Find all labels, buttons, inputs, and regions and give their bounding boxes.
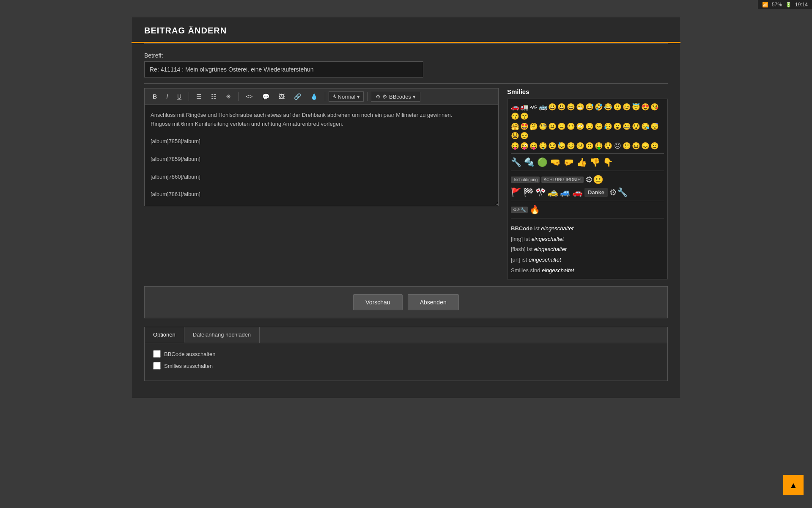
smiley-expressionless[interactable]: 😑 <box>557 122 566 130</box>
underline-button[interactable]: U <box>173 91 185 102</box>
color-button[interactable]: 💧 <box>307 91 321 102</box>
smiley-thumbdown[interactable]: 👎 <box>590 157 600 167</box>
smiley-smirk[interactable]: 😏 <box>585 122 594 130</box>
italic-button[interactable]: I <box>162 91 172 102</box>
smiley-money[interactable]: 🤑 <box>595 141 603 150</box>
smiley-unamused[interactable]: 😒 <box>548 141 557 150</box>
smiley-flag-1[interactable]: 🚩 <box>511 187 521 197</box>
submit-button[interactable]: Absenden <box>408 294 459 310</box>
smiley-zipper[interactable]: 🤐 <box>623 122 631 130</box>
smiley-green-circle[interactable]: 🟢 <box>537 157 548 167</box>
subject-input[interactable] <box>144 61 423 77</box>
smiley-custom-1[interactable]: 🤜 <box>550 157 561 167</box>
smiley-pensive[interactable]: 😔 <box>567 141 575 150</box>
smiley-astonished[interactable]: 😲 <box>604 141 612 150</box>
smiley-tools[interactable]: 🔧 <box>511 157 521 167</box>
smiley-slightly-frown[interactable]: 🙁 <box>623 141 631 150</box>
smiley-no-mouth[interactable]: 😶 <box>567 122 575 130</box>
smiley-racecar[interactable]: 🏎 <box>529 102 538 111</box>
ordered-list-button[interactable]: ☷ <box>207 91 220 102</box>
smilies-title: Smilies <box>507 88 668 95</box>
smiley-tschuldigung[interactable]: Tschuldigung <box>511 177 540 183</box>
smiley-confounded[interactable]: 😖 <box>632 141 640 150</box>
smiley-think[interactable]: 🤔 <box>529 122 538 130</box>
smiley-eye-roll[interactable]: 🙄 <box>576 122 584 130</box>
smiley-relieved[interactable]: 😌 <box>520 131 529 140</box>
smiley-car-2[interactable]: 🚕 <box>548 187 558 197</box>
smiley-hug[interactable]: 🤗 <box>511 122 519 130</box>
smiley-laugh[interactable]: 😄 <box>567 102 575 111</box>
smiley-downcast-sweat[interactable]: 😓 <box>557 141 566 150</box>
smiley-open-mouth[interactable]: 😮 <box>613 122 622 130</box>
smiley-squint-tongue[interactable]: 😝 <box>529 141 538 150</box>
smiley-stars[interactable]: 🤩 <box>520 122 529 130</box>
bbcodes-button[interactable]: ⚙ ⚙ BBcodes ▾ <box>371 92 420 102</box>
smiley-sleepy[interactable]: 😪 <box>641 122 650 130</box>
smiley-sweat[interactable]: 😅 <box>585 102 594 111</box>
smiley-beam[interactable]: 😁 <box>576 102 584 111</box>
smiley-disappointed[interactable]: 😞 <box>641 141 650 150</box>
smiley-gear-face[interactable]: ⚙😐 <box>585 174 604 185</box>
special-button[interactable]: ✳ <box>222 91 235 102</box>
smiley-car[interactable]: 🚗 <box>511 102 519 111</box>
unordered-list-button[interactable]: ☰ <box>192 91 206 102</box>
bbcode-off-label[interactable]: BBCode ausschalten <box>164 351 215 357</box>
smiley-custom-2[interactable]: 🤛 <box>563 157 574 167</box>
smiley-smile[interactable]: 😃 <box>557 102 566 111</box>
smiley-flag-3[interactable]: 🎌 <box>535 187 546 197</box>
smiley-kiss-smile[interactable]: 😙 <box>520 112 529 120</box>
font-size-dropdown[interactable]: 𝐀 Normal ▾ <box>329 91 364 102</box>
tab-optionen[interactable]: Optionen <box>145 327 184 343</box>
smiley-point-down[interactable]: 👇 <box>603 157 613 167</box>
smiley-flag-2[interactable]: 🏁 <box>523 187 534 197</box>
smiley-tools-2[interactable]: 🔩 <box>524 157 535 167</box>
smiley-neutral[interactable]: 😐 <box>548 122 557 130</box>
smiley-danke[interactable]: Danke <box>584 188 608 197</box>
smiley-drool[interactable]: 🤤 <box>539 141 547 150</box>
smilies-off-label[interactable]: Smilies ausschalten <box>164 363 213 369</box>
smiley-frown[interactable]: ☹ <box>613 141 622 150</box>
smiley-rofl[interactable]: 🤣 <box>595 102 603 111</box>
smiley-heart-eyes[interactable]: 😍 <box>641 102 650 111</box>
smiley-thumbup[interactable]: 👍 <box>576 157 587 167</box>
smiley-sleeping[interactable]: 😴 <box>650 122 659 130</box>
smiley-gear-2[interactable]: ⚙🔧 <box>609 187 628 197</box>
smiley-grin[interactable]: 😀 <box>548 102 557 111</box>
smiley-wink-tongue[interactable]: 😜 <box>520 141 529 150</box>
smiley-special-1[interactable]: ⚙⚠🔧 <box>511 207 528 213</box>
image-button[interactable]: 🖼 <box>275 91 288 102</box>
smiley-bus[interactable]: 🚌 <box>539 102 547 111</box>
bold-button[interactable]: B <box>149 91 161 102</box>
smiley-worried[interactable]: 😟 <box>650 141 659 150</box>
smiley-kiss-heart[interactable]: 😘 <box>650 102 659 111</box>
preview-button[interactable]: Vorschau <box>353 294 402 310</box>
smiley-hushed[interactable]: 😯 <box>632 122 640 130</box>
smiley-fire[interactable]: 🔥 <box>529 204 540 215</box>
code-button[interactable]: <> <box>242 91 256 102</box>
smilies-divider-3 <box>511 201 664 201</box>
scroll-top-button[interactable]: ▲ <box>783 475 804 495</box>
smilies-off-row: Smilies ausschalten <box>153 362 659 370</box>
smiley-car-4[interactable]: 🚗 <box>572 187 583 197</box>
smiley-achtung[interactable]: ACHTUNG IRONIE! <box>541 177 583 183</box>
quote-button[interactable]: 💬 <box>258 91 273 102</box>
smilies-off-checkbox[interactable] <box>153 362 161 370</box>
smiley-persevere[interactable]: 😣 <box>595 122 603 130</box>
post-editor[interactable]: Anschluss mit Ringöse und Hohlschraube a… <box>144 105 499 206</box>
tab-dateianhang[interactable]: Dateianhang hochladen <box>184 327 260 343</box>
smiley-blush[interactable]: 😊 <box>623 102 631 111</box>
smiley-car-3[interactable]: 🚙 <box>560 187 571 197</box>
smiley-halo[interactable]: 😇 <box>632 102 640 111</box>
bbcode-off-checkbox[interactable] <box>153 350 161 358</box>
smiley-truck[interactable]: 🚛 <box>520 102 529 111</box>
smiley-tired[interactable]: 😫 <box>511 131 519 140</box>
smiley-upside-down[interactable]: 🙃 <box>585 141 594 150</box>
smiley-slight[interactable]: 🙂 <box>613 102 622 111</box>
smiley-confused[interactable]: 😕 <box>576 141 584 150</box>
smiley-tongue[interactable]: 😛 <box>511 141 519 150</box>
smiley-kiss[interactable]: 😗 <box>511 112 519 120</box>
smiley-cry[interactable]: 😂 <box>604 102 612 111</box>
link-button[interactable]: 🔗 <box>290 91 305 102</box>
smiley-sad-sweat[interactable]: 😥 <box>604 122 612 130</box>
smiley-monocle[interactable]: 🧐 <box>539 122 547 130</box>
